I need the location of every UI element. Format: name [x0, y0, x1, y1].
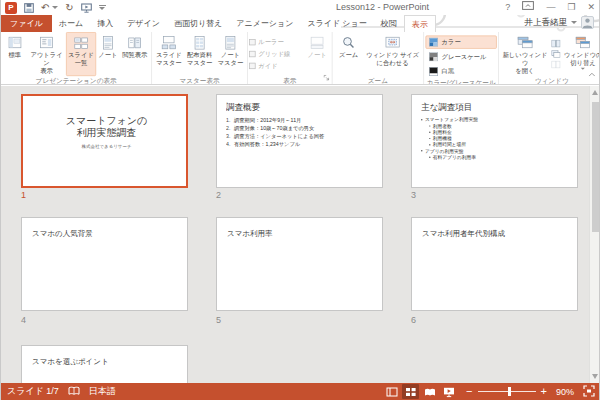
- reading-view-button[interactable]: 閲覧表示: [120, 32, 150, 76]
- start-slideshow-button[interactable]: [81, 3, 92, 13]
- undo-button[interactable]: ↶: [41, 3, 58, 13]
- tab-file[interactable]: ファイル: [1, 15, 52, 32]
- restore-button[interactable]: ❐: [567, 1, 575, 13]
- zoom-out-button[interactable]: −: [466, 386, 472, 397]
- slide-number-4: 4: [21, 315, 26, 325]
- scroll-down-arrow[interactable]: [592, 374, 598, 379]
- window-arrange-buttons: [550, 32, 563, 76]
- new-window-icon: [516, 35, 534, 50]
- fit-to-window-button[interactable]: ウィンドウ サイズ に合わせる: [363, 32, 422, 76]
- notes-page-view-button[interactable]: ノート: [96, 32, 119, 76]
- slide-number-3: 3: [411, 190, 416, 200]
- zoom-in-button[interactable]: +: [541, 386, 547, 397]
- group-label-show: 表示: [249, 76, 330, 85]
- close-button[interactable]: ✕: [587, 1, 595, 13]
- slide-thumbnail-2[interactable]: 調査概要 1.調査期間：2012年9月～11月 2.調査対象：10歳～70歳まで…: [216, 94, 383, 188]
- cascade-icon[interactable]: [552, 50, 561, 58]
- normal-view-button[interactable]: 標準: [2, 32, 27, 76]
- slide-number-1: 1: [21, 190, 26, 200]
- zoom-slider-thumb[interactable]: [508, 387, 511, 396]
- move-split-icon[interactable]: [552, 61, 561, 69]
- color-icon: [429, 38, 438, 47]
- group-label-color-grayscale: カラー/グレースケール: [425, 78, 496, 85]
- tab-slideshow[interactable]: スライド ショー: [300, 15, 373, 32]
- slide-indicator[interactable]: スライド 1/7: [7, 385, 59, 398]
- user-name: 井上香緒里: [525, 17, 568, 29]
- collapse-ribbon-button[interactable]: [588, 67, 595, 80]
- zoom-button[interactable]: ズーム: [334, 32, 363, 76]
- customize-qat-button[interactable]: [99, 5, 106, 10]
- show-dialog-launcher[interactable]: [323, 71, 329, 84]
- reading-view-icon: [126, 35, 143, 50]
- handout-master-button[interactable]: 配布資料 マスター: [184, 32, 215, 76]
- statusbar-slide-sorter-button[interactable]: [402, 384, 419, 399]
- fit-to-window-icon: [384, 35, 401, 50]
- window-title: Lesson12 - PowerPoint: [336, 2, 429, 12]
- notes-button[interactable]: ノート: [304, 32, 331, 76]
- slide5-title: スマホ利用率: [227, 229, 374, 239]
- outline-view-button[interactable]: アウトライン 表示: [27, 32, 66, 76]
- tab-insert[interactable]: 挿入: [90, 15, 120, 32]
- user-account-area[interactable]: 井上香緒里: [525, 16, 595, 29]
- statusbar-slideshow-button[interactable]: [440, 384, 457, 399]
- help-button[interactable]: ?: [505, 1, 510, 13]
- slide2-title: 調査概要: [226, 102, 375, 114]
- slide-thumbnail-3[interactable]: 主な調査項目 スマートフォン利用実態 利用者数 利用料金 利用機種 利用時間と場…: [411, 94, 578, 188]
- guides-checkbox[interactable]: ガイド: [249, 61, 304, 70]
- slide-sorter-view-button[interactable]: スライド 一覧: [66, 32, 96, 76]
- slide1-title: スマートフォンの 利用実態調査: [66, 114, 148, 139]
- zoom-slider[interactable]: [478, 386, 536, 397]
- tab-design[interactable]: デザイン: [120, 15, 167, 32]
- slide-thumbnail-1[interactable]: スマートフォンの 利用実態調査 株式会社できるリサーチ: [21, 94, 188, 188]
- switch-windows-caret: [581, 68, 585, 70]
- new-window-button[interactable]: 新しいウィンドウ を開く: [500, 32, 549, 76]
- slide-thumbnail-4[interactable]: スマホの人気背景: [21, 217, 188, 311]
- group-label-zoom: ズーム: [334, 76, 422, 85]
- save-icon[interactable]: [24, 3, 34, 13]
- fit-slide-to-window-button[interactable]: [583, 383, 595, 400]
- quick-access-toolbar: P ↶ ↻: [5, 1, 106, 14]
- slide-number-2: 2: [216, 190, 221, 200]
- slide-thumbnail-5[interactable]: スマホ利用率: [216, 217, 383, 311]
- guides-checkbox-box: [249, 63, 255, 69]
- notes-master-button[interactable]: ノート マスター: [215, 32, 246, 76]
- ribbon-display-options-button[interactable]: [522, 1, 534, 13]
- slide3-title: 主な調査項目: [421, 102, 570, 114]
- tab-transitions[interactable]: 画面切り替え: [167, 15, 229, 32]
- zoom-icon: [340, 35, 357, 50]
- slide-thumbnail-6[interactable]: スマホ利用者年代別構成: [411, 217, 578, 311]
- zoom-level[interactable]: 90%: [556, 387, 574, 397]
- tab-animations[interactable]: アニメーション: [229, 15, 300, 32]
- gridlines-checkbox[interactable]: グリッド線: [249, 49, 304, 58]
- arrange-all-icon[interactable]: [552, 40, 561, 48]
- ruler-checkbox[interactable]: ルーラー: [249, 38, 304, 47]
- slide-number-6: 6: [411, 315, 416, 325]
- tab-home[interactable]: ホーム: [52, 15, 90, 32]
- app-icon-letter: P: [8, 3, 13, 12]
- notes-page-icon: [99, 35, 116, 50]
- tab-review[interactable]: 校閲: [374, 15, 404, 32]
- redo-button[interactable]: ↻: [65, 3, 73, 13]
- powerpoint-app-icon[interactable]: P: [5, 2, 17, 14]
- scrollbar-thumb[interactable]: [592, 102, 599, 232]
- color-button[interactable]: カラー: [425, 35, 496, 48]
- grayscale-button[interactable]: グレースケール: [425, 50, 496, 63]
- scroll-up-arrow[interactable]: [592, 90, 598, 95]
- language-button[interactable]: 日本語: [89, 385, 116, 398]
- minimize-button[interactable]: —: [546, 1, 555, 13]
- statusbar-normal-view-button[interactable]: [383, 384, 400, 399]
- proofing-icon[interactable]: [68, 383, 80, 400]
- slide-sorter-canvas: スマートフォンの 利用実態調査 株式会社できるリサーチ 1 調査概要 1.調査期…: [1, 86, 600, 383]
- group-master-views: スライド マスター 配布資料 マスター ノート マスター マスター表示: [152, 32, 248, 85]
- status-bar: スライド 1/7 日本語 − + 90%: [1, 383, 600, 400]
- group-color-grayscale: カラー グレースケール 白黒 カラー/グレースケール: [424, 32, 499, 85]
- vertical-scrollbar[interactable]: [589, 86, 600, 383]
- statusbar-reading-view-button[interactable]: [421, 384, 438, 399]
- black-and-white-button[interactable]: 白黒: [425, 65, 496, 78]
- undo-icon: ↶: [41, 3, 49, 13]
- user-dropdown-caret: [571, 21, 577, 24]
- tab-view[interactable]: 表示: [404, 15, 436, 32]
- slide-thumbnail-7[interactable]: スマホを選ぶポイント: [21, 345, 188, 383]
- undo-dropdown-caret[interactable]: [52, 6, 58, 9]
- slide-master-button[interactable]: スライド マスター: [153, 32, 184, 76]
